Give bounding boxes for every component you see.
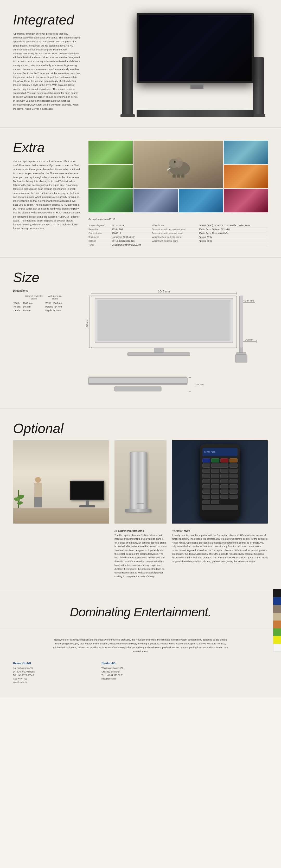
dim-no-stand-depth: 104 mm [23, 309, 45, 312]
footer-city-1: D-78048 VS, Villingen [13, 670, 91, 674]
remote-btn-nav[interactable] [211, 464, 228, 468]
swatch-white [273, 644, 281, 652]
remote-btn-wide[interactable] [202, 505, 237, 510]
swatch-brown [273, 605, 281, 613]
remote-btn-2[interactable] [211, 458, 219, 462]
dim-with-stand-height: Height: 734 mm [45, 305, 64, 308]
svg-rect-24 [128, 352, 190, 355]
remote-btn-16[interactable] [211, 479, 219, 483]
dim-with-stand-width: Width: 1043 mm [45, 302, 64, 305]
svg-rect-3 [172, 175, 176, 178]
spec-label-wt-with: Weight with pedestal stand [152, 239, 199, 243]
remote-btn-25[interactable] [220, 490, 228, 494]
remote-btn-26[interactable] [229, 490, 237, 494]
footer-city-2: CH-8952 Schlieren [102, 670, 179, 674]
footer-section: Renowned for its unique design and ingen… [0, 630, 281, 697]
specs-row-colours: Colours 68719.4 million (12 bits) Weight… [88, 239, 268, 243]
footer-tel-2: Tel.: +41 44 871 66 11 [102, 674, 179, 677]
extra-image-area: Re caption plasma 42 HD Screen diagonal … [88, 141, 268, 247]
remote-btn-30[interactable] [229, 495, 237, 499]
remote-btn-10[interactable] [229, 469, 237, 473]
remote-btn-6[interactable] [229, 464, 237, 468]
integrated-title: Integrated [13, 13, 81, 27]
swatch-yellow [273, 636, 281, 644]
remote-btn-3[interactable] [220, 458, 228, 462]
remote-caption: Re control M208 [172, 530, 268, 532]
specs-row-screen: Screen diagonal 42" or 18 : 9 Video inpu… [88, 223, 268, 227]
svg-rect-22 [97, 300, 230, 341]
dimensions-heading: Dimensions [13, 289, 65, 292]
specs-row-tuner: Tuner Double tuner for PAL/SECAM [88, 243, 268, 247]
remote-btn-11[interactable] [202, 474, 210, 478]
integrated-text: A particular strength of Revox products … [13, 32, 81, 111]
spec-label-col: Colours [88, 239, 112, 243]
footer-col-2: Studer AG Waldmannstrasse 150 CH-8952 Sc… [102, 661, 179, 684]
remote-btn-20[interactable] [211, 484, 219, 489]
spec-value-res: 1024 x 768 [112, 227, 152, 231]
spec-value-wt-no: Approx. 37 kg [199, 235, 268, 239]
spec-value-dim-with: 1043 x 941 x 25 mm (WxHxD) [199, 231, 268, 235]
remote-btn-28[interactable] [211, 495, 219, 499]
remote-btn-12[interactable] [211, 474, 219, 478]
svg-text:242 mm: 242 mm [195, 383, 204, 386]
footer-brand-2: Studer AG [102, 661, 179, 666]
remote-btn-24[interactable] [211, 490, 219, 494]
remote-btn-23[interactable] [202, 490, 210, 494]
footer-columns: Revox GmbH Am Krebsgraben 15 D-78048 VS,… [13, 661, 268, 684]
footer-col-3 [190, 661, 268, 684]
size-bottom-svg: 242 mm [76, 376, 205, 397]
remote-btn-19[interactable] [202, 484, 210, 489]
size-diagram-area: Dimensions Without pedestal stand With p… [13, 289, 268, 398]
svg-point-6 [174, 161, 176, 163]
footer-fax-1: Fax: +49 7721 [13, 677, 91, 681]
dim-no-stand-height: 645 mm [23, 305, 45, 308]
footer-intro: Renowned for its unique design and ingen… [50, 638, 231, 654]
remote-btn-13[interactable] [220, 474, 228, 478]
specs-row-brightness: Brightness Luminosity 1200 cd/m2 Weight … [88, 235, 268, 239]
svg-rect-23 [154, 348, 163, 352]
extra-title: Extra [13, 141, 81, 154]
svg-text:645 mm: 645 mm [86, 319, 88, 328]
photo-cell-sunset [224, 165, 268, 188]
dimensions-table: Without pedestal stand With pedestal sta… [13, 294, 65, 312]
remote-btn-8[interactable] [211, 469, 219, 473]
remote-btn-5[interactable] [202, 464, 210, 468]
dim-col-no-stand: Without pedestal stand [23, 295, 45, 301]
remote-btn-21[interactable] [220, 484, 228, 489]
remote-btn-7[interactable] [202, 469, 210, 473]
photo-cell-water [179, 189, 223, 212]
remote-btn-22[interactable] [229, 484, 237, 489]
svg-text:1043 mm: 1043 mm [158, 290, 170, 293]
tv-display [137, 13, 254, 83]
dim-with-stand-depth: Depth: 242 mm [45, 309, 64, 312]
remote-btn-1[interactable] [202, 458, 210, 462]
svg-text:~ 104 mm: ~ 104 mm [243, 300, 254, 302]
plant-decoration [18, 490, 19, 508]
svg-rect-25 [240, 296, 243, 348]
remote-btn-15[interactable] [202, 479, 210, 483]
swatch-black [273, 589, 281, 597]
spec-value-col: 68719.4 million (12 bits) [112, 239, 152, 243]
photo-grid [88, 141, 268, 212]
swatch-orange [273, 621, 281, 628]
dim-col-with-stand: With pedestal stand [45, 295, 64, 301]
remote-desc: A handy remote control is supplied with … [172, 533, 268, 563]
svg-text:242 mm: 242 mm [245, 338, 253, 341]
remote-btn-17[interactable] [220, 479, 228, 483]
remote-btn-18[interactable] [229, 479, 237, 483]
spec-label-video: Video inputs [152, 223, 199, 227]
photo-cell-elephant [134, 141, 223, 188]
remote-btn-27[interactable] [202, 495, 210, 499]
photo-cell-city [134, 189, 178, 212]
remote-btn-14[interactable] [229, 474, 237, 478]
remote-btn-9[interactable] [220, 469, 228, 473]
size-dimensions-box: Dimensions Without pedestal stand With p… [13, 289, 65, 312]
footer-col-1: Revox GmbH Am Krebsgraben 15 D-78048 VS,… [13, 661, 91, 684]
remote-btn-4[interactable] [229, 458, 237, 462]
remote-btn-32[interactable] [211, 500, 219, 504]
remote-btn-31[interactable] [202, 500, 210, 504]
spec-label-res: Resolution [88, 227, 112, 231]
optional-stand-image [114, 440, 167, 524]
dominating-title: Dominating Entertainment. [13, 605, 268, 619]
remote-btn-29[interactable] [220, 495, 228, 499]
